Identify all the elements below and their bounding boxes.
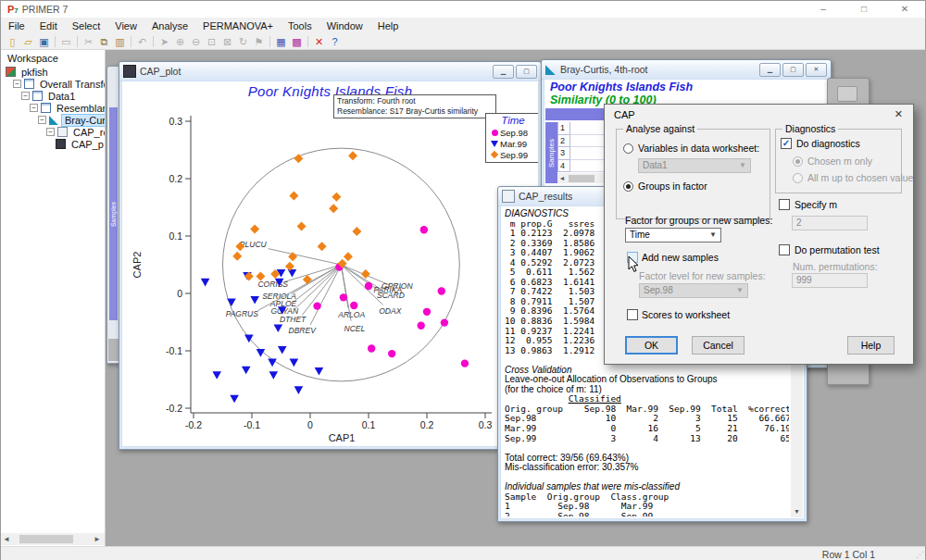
y-tick-label: -0.2: [166, 403, 182, 414]
specify-m-checkbox[interactable]: [779, 199, 790, 210]
tree-item-cap_resu[interactable]: −CAP_resu: [1, 126, 105, 138]
data-point: [242, 367, 251, 375]
diamond-icon: [489, 152, 500, 157]
data-point: [313, 302, 320, 309]
tree-item-cap_p[interactable]: CAP_p: [1, 138, 105, 150]
copy-icon[interactable]: ⧉: [96, 35, 112, 49]
tree-item-label: Bray-Curtis, 4: [62, 115, 105, 126]
menu-help[interactable]: Help: [370, 19, 407, 33]
tree-item-data1[interactable]: −Data1: [1, 90, 105, 102]
x-tick-label: 0: [307, 419, 313, 430]
expander-icon[interactable]: −: [13, 80, 21, 88]
new-icon[interactable]: ▯: [5, 35, 20, 49]
tree-scroll-thumb[interactable]: [19, 535, 73, 543]
rotate-icon: ↻: [235, 35, 251, 49]
factor-level-dropdown: Sep.98▼: [639, 283, 748, 298]
menu-analyse[interactable]: Analyse: [144, 19, 195, 33]
maximize-icon[interactable]: □: [844, 1, 884, 18]
highlight-icon[interactable]: ▩: [289, 35, 305, 49]
menu-window[interactable]: Window: [319, 19, 370, 33]
close-icon[interactable]: ✕: [884, 1, 925, 18]
cancel-button[interactable]: Cancel: [692, 336, 745, 355]
do-permutation-label[interactable]: Do permutation test: [795, 244, 880, 255]
cap-plot-title-bar[interactable]: CAP_plot ▁ ▢: [119, 62, 541, 81]
data-point: [348, 151, 357, 160]
resemblance-icon: [49, 115, 59, 125]
primer-app-window: P7 PRIMER 7 – □ ✕ FileEditSelectViewAnal…: [0, 0, 926, 560]
species-vector: [294, 265, 341, 302]
menu-file[interactable]: File: [1, 19, 32, 33]
do-diagnostics-label[interactable]: Do diagnostics: [796, 138, 860, 149]
data-point: [388, 350, 395, 357]
variables-radio-label[interactable]: Variables in data worksheet:: [638, 143, 759, 154]
data-point: [461, 359, 469, 367]
cap-plot-content: Poor Knights Islands Fish Transform: Fou…: [121, 81, 539, 447]
expander-icon[interactable]: −: [38, 116, 46, 124]
plot-legend: Time Sep.98Mar.99Sep.99: [485, 113, 539, 163]
circle-icon: [489, 130, 500, 136]
series-Sep.99: [232, 151, 370, 284]
save-icon[interactable]: ▣: [36, 35, 52, 49]
data-point: [420, 226, 428, 233]
menu-edit[interactable]: Edit: [32, 19, 65, 33]
expander-icon[interactable]: −: [30, 104, 38, 112]
scroll-right-icon[interactable]: ►: [92, 535, 103, 543]
species-vector: [269, 249, 342, 265]
bray-curtis-title-bar[interactable]: Bray-Curtis, 4th-root ▁ ▢ ✕: [542, 60, 831, 80]
data-point: [278, 346, 287, 355]
groups-in-factor-label[interactable]: Groups in factor: [638, 180, 707, 192]
help-icon[interactable]: ?: [327, 35, 343, 49]
scores-to-worksheet-checkbox[interactable]: [627, 309, 638, 320]
tree-horizontal-scrollbar[interactable]: ◄ ►: [1, 533, 105, 545]
menu-permanova[interactable]: PERMANOVA+: [195, 19, 281, 33]
expander-icon[interactable]: −: [21, 92, 30, 100]
species-vector-label: CORISS: [257, 280, 288, 289]
dialog-close-icon[interactable]: ✕: [895, 108, 903, 120]
minimize-icon[interactable]: –: [803, 1, 844, 18]
do-permutation-checkbox[interactable]: [779, 244, 790, 255]
scroll-left-icon[interactable]: ◄: [1, 535, 12, 543]
window-minimize-icon[interactable]: ▁: [759, 63, 781, 77]
menu-select[interactable]: Select: [65, 19, 108, 33]
legend-entry: Mar.99: [486, 138, 539, 149]
help-button[interactable]: Help: [847, 336, 895, 355]
expander-icon[interactable]: −: [46, 128, 55, 136]
scores-to-worksheet-label[interactable]: Scores to worksheet: [642, 309, 730, 320]
tree-item-resemblance1[interactable]: −Resemblance1: [1, 102, 105, 114]
toolbar-separator: [131, 36, 131, 47]
data-point: [268, 359, 277, 367]
zoom-area-icon: ⊡: [204, 35, 219, 49]
y-tick-label: -0.1: [166, 345, 182, 356]
worksheet-icon[interactable]: ▦: [273, 35, 289, 49]
status-bar: Row 1 Col 1 ⋰: [1, 546, 925, 560]
open-icon[interactable]: ▱: [20, 35, 36, 49]
factor-level-label: Factor level for new samples:: [639, 270, 766, 281]
menu-view[interactable]: View: [107, 19, 144, 33]
bray-scroll-thumb[interactable]: [569, 175, 594, 182]
ok-button[interactable]: OK: [625, 336, 678, 355]
groups-in-factor-radio[interactable]: [623, 181, 633, 192]
data-point: [441, 318, 448, 326]
window-minimize-icon[interactable]: ▁: [493, 65, 514, 79]
paste-icon[interactable]: ▥: [112, 35, 128, 49]
scroll-down-icon[interactable]: ▼: [791, 505, 803, 517]
window-maximize-icon[interactable]: ▢: [782, 63, 804, 77]
resize-grip[interactable]: ⋰: [916, 550, 923, 559]
menu-tools[interactable]: Tools: [281, 19, 319, 33]
tree-item-pkfish[interactable]: pkfish: [1, 66, 105, 78]
window-close-icon[interactable]: ✕: [806, 63, 827, 77]
do-diagnostics-checkbox[interactable]: ✓: [781, 138, 792, 149]
add-new-samples-label[interactable]: Add new samples: [642, 252, 719, 263]
main-toolbar: ▯▱▣▭✂⧉▥↶➤⊕⊖⊡⊠↻⚑▦▩✕?: [1, 34, 925, 50]
scroll-left-icon[interactable]: ◄: [557, 175, 567, 181]
window-maximize-icon[interactable]: ▢: [516, 65, 537, 79]
cap-plot-title: CAP_plot: [140, 66, 181, 77]
tree-item-bray-curtis-4[interactable]: −Bray-Curtis, 4: [1, 114, 105, 126]
stop-icon[interactable]: ✕: [311, 35, 327, 49]
variables-radio[interactable]: [623, 143, 633, 154]
factor-dropdown[interactable]: Time▼: [625, 228, 721, 243]
specify-m-label[interactable]: Specify m: [795, 199, 837, 210]
tree-item-overall-transform1[interactable]: −Overall Transform1: [1, 78, 105, 90]
data-point: [344, 252, 353, 261]
samples-side-tab[interactable]: Samples: [545, 122, 557, 183]
